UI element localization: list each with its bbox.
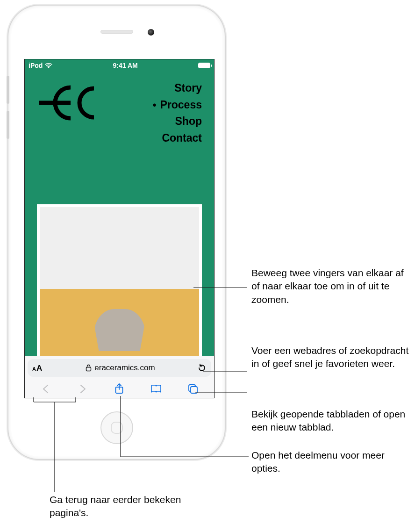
callout-leader (193, 285, 250, 290)
screen: iPod 9:41 AM (24, 59, 215, 398)
nav-contact[interactable]: Contact (153, 130, 202, 147)
status-bar: iPod 9:41 AM (25, 59, 214, 72)
status-right (198, 63, 210, 68)
safari-address-bar: AA eraceramics.com (25, 356, 214, 379)
ipod-touch-device: iPod 9:41 AM (8, 6, 225, 459)
front-camera (148, 29, 154, 36)
svg-rect-4 (86, 367, 91, 371)
callout-leader (120, 396, 251, 461)
volume-down-button (7, 111, 9, 139)
hero-image-frame (37, 204, 202, 356)
svg-text:A: A (36, 364, 42, 373)
share-button[interactable] (111, 383, 128, 395)
callout-back: Ga terug naar eerder bekeken pagina's. (50, 493, 190, 520)
text-size-icon[interactable]: AA (32, 363, 43, 373)
forward-button[interactable] (74, 384, 91, 394)
nav-story[interactable]: Story (153, 80, 202, 97)
callout-address: Voer een webadres of zoekopdracht in of … (251, 344, 410, 371)
callout-leader (195, 390, 249, 395)
url-text: eraceramics.com (94, 363, 155, 373)
site-nav: Story Process Shop Contact (153, 80, 202, 147)
wifi-icon (45, 63, 52, 68)
volume-up-button (7, 76, 9, 104)
carrier-label: iPod (29, 62, 43, 69)
callout-share: Open het deelmenu voor meer opties. (251, 449, 410, 475)
nav-process[interactable]: Process (153, 97, 202, 114)
ceramic-pot-graphic (94, 309, 145, 351)
safari-toolbar (25, 379, 214, 398)
callout-zoom: Beweeg twee vingers van elkaar af of naa… (251, 266, 410, 306)
battery-icon (198, 63, 210, 68)
webpage-content[interactable]: Story Process Shop Contact (25, 72, 214, 356)
status-left: iPod (29, 62, 52, 69)
hero-image (40, 207, 199, 356)
back-button[interactable] (37, 384, 54, 394)
callout-leader (203, 369, 250, 374)
site-logo (38, 82, 99, 124)
bookmarks-button[interactable] (148, 384, 165, 394)
callout-tabs: Bekijk geopende tabbladen of open een ni… (251, 408, 415, 434)
clock: 9:41 AM (113, 62, 138, 69)
earpiece (100, 30, 133, 34)
svg-text:A: A (32, 366, 36, 372)
callout-leader (34, 397, 94, 496)
address-field[interactable]: AA eraceramics.com (28, 359, 211, 377)
url-display: eraceramics.com (86, 363, 155, 373)
svg-point-0 (48, 67, 49, 68)
lock-icon (86, 364, 92, 372)
device-bezel: iPod 9:41 AM (11, 8, 222, 456)
nav-shop[interactable]: Shop (153, 113, 202, 130)
